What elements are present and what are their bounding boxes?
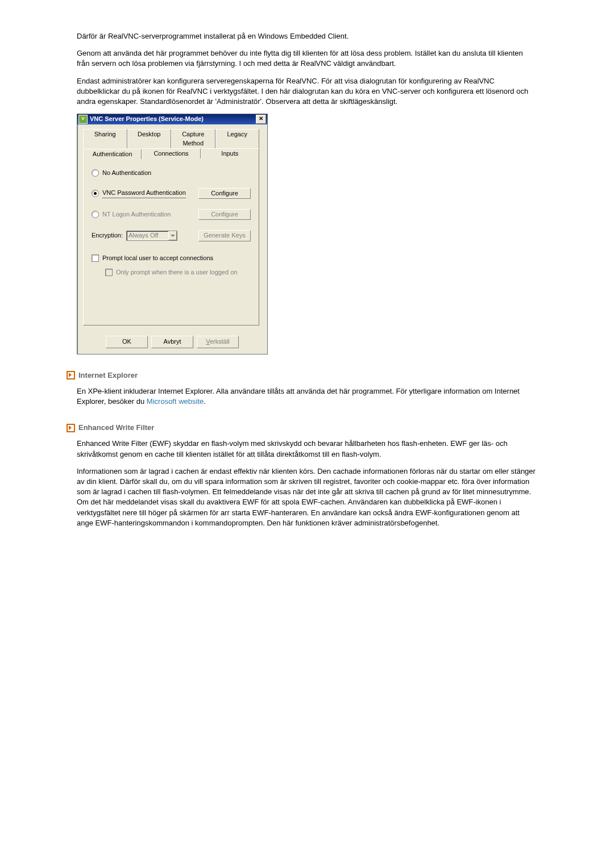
- radio-pwd-auth[interactable]: [92, 190, 99, 197]
- tab-connections[interactable]: Connections: [142, 148, 200, 158]
- only-prompt-label: Only prompt when there is a user logged …: [116, 268, 237, 277]
- apply-button: Verkställ: [197, 336, 239, 348]
- radio-no-auth[interactable]: [92, 169, 99, 177]
- configure-pwd-button[interactable]: Configure: [198, 188, 251, 199]
- ewf-heading: Enhanced Write Filter: [78, 423, 154, 433]
- ewf-p1: Enhanced Write Filter (EWF) skyddar en f…: [77, 439, 537, 459]
- chevron-down-icon: [168, 231, 177, 240]
- dialog-titlebar: V VNC Server Properties (Service-Mode) ✕: [77, 114, 267, 124]
- vnc-icon: V: [78, 115, 88, 124]
- tab-legacy[interactable]: Legacy: [215, 129, 260, 148]
- intro-p2: Genom att använda det här programmet beh…: [77, 48, 537, 69]
- generate-keys-button: Generate Keys: [198, 230, 251, 241]
- prompt-row: Prompt local user to accept connections: [92, 254, 251, 262]
- encryption-select: Always Off: [126, 231, 177, 241]
- tab-authentication[interactable]: Authentication: [83, 149, 142, 159]
- radio-nt-auth-label: NT Logon Authentication: [102, 210, 171, 219]
- tab-desktop[interactable]: Desktop: [127, 129, 172, 148]
- intro-p3: Endast administratörer kan konfigurera s…: [77, 76, 537, 107]
- ewf-heading-row: Enhanced Write Filter: [67, 423, 537, 433]
- ms-link[interactable]: Microsoft website: [147, 397, 204, 406]
- prompt-checkbox[interactable]: [92, 254, 99, 262]
- only-prompt-row: Only prompt when there is a user logged …: [105, 268, 251, 277]
- prompt-label: Prompt local user to accept connections: [102, 254, 213, 262]
- configure-nt-button: Configure: [198, 209, 251, 220]
- encryption-label: Encryption:: [92, 231, 123, 240]
- radio-no-auth-row: No Authentication: [92, 169, 251, 177]
- vnc-dialog: V VNC Server Properties (Service-Mode) ✕…: [77, 114, 268, 354]
- auth-panel: No Authentication VNC Password Authentic…: [83, 158, 259, 326]
- intro-p1: Därför är RealVNC-serverprogrammet insta…: [77, 31, 537, 41]
- cancel-button[interactable]: Avbryt: [151, 336, 193, 348]
- radio-nt-auth: [92, 211, 99, 218]
- encryption-value: Always Off: [128, 231, 158, 240]
- radio-no-auth-label: No Authentication: [102, 169, 151, 177]
- radio-pwd-auth-row: VNC Password Authentication Configure: [92, 188, 251, 199]
- bullet-icon: [67, 371, 75, 379]
- radio-nt-auth-row: NT Logon Authentication Configure: [92, 209, 251, 220]
- ie-heading-row: Internet Explorer: [67, 370, 537, 381]
- ie-body: En XPe-klient inkluderar Internet Explor…: [77, 386, 537, 407]
- ie-heading: Internet Explorer: [78, 370, 138, 381]
- tab-sharing[interactable]: Sharing: [83, 129, 127, 148]
- only-prompt-checkbox: [105, 269, 113, 276]
- tab-capture[interactable]: Capture Method: [171, 129, 215, 148]
- radio-pwd-auth-label: VNC Password Authentication: [102, 189, 186, 198]
- ewf-p2: Informationen som är lagrad i cachen är …: [77, 466, 537, 528]
- close-icon[interactable]: ✕: [256, 115, 266, 124]
- dialog-title: VNC Server Properties (Service-Mode): [90, 115, 256, 123]
- tab-inputs[interactable]: Inputs: [201, 148, 259, 158]
- ok-button[interactable]: OK: [106, 336, 148, 348]
- bullet-icon: [67, 424, 75, 432]
